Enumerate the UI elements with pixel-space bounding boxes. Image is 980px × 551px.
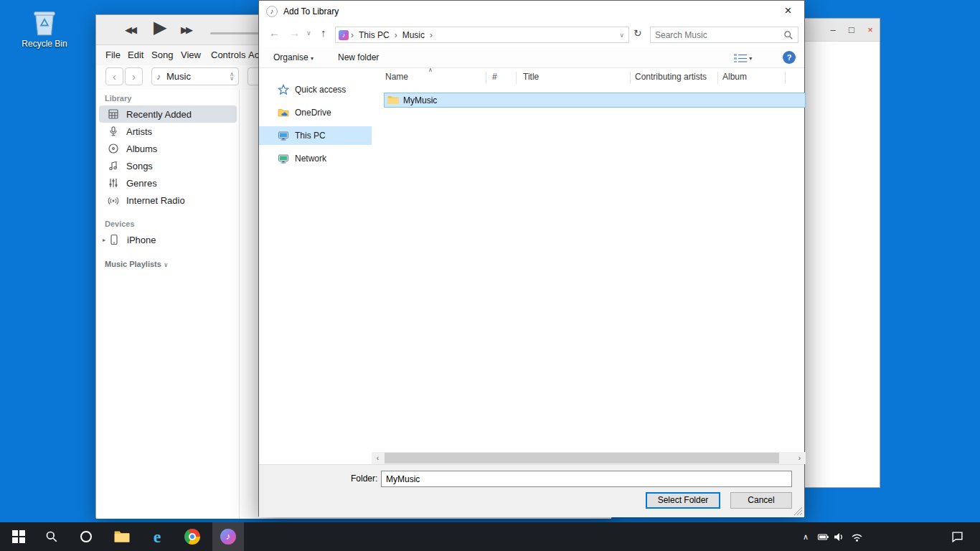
play-icon[interactable]: ▶: [154, 17, 166, 37]
cancel-button[interactable]: Cancel: [730, 492, 792, 509]
scrollbar-thumb[interactable]: [385, 453, 779, 463]
tray-volume[interactable]: [831, 522, 847, 551]
action-center-button[interactable]: [947, 522, 967, 551]
media-kind-selector[interactable]: ♪ Music ∧ ∨: [151, 67, 239, 85]
column-header-number[interactable]: #: [492, 72, 497, 82]
search-icon[interactable]: [783, 30, 793, 40]
column-header-title[interactable]: Title: [523, 72, 539, 82]
new-folder-button[interactable]: New folder: [338, 47, 379, 68]
tray-show-hidden-icons[interactable]: ∧: [798, 522, 814, 551]
start-button[interactable]: [4, 522, 33, 551]
nav-item-quick-access[interactable]: Quick access: [259, 80, 372, 99]
expander-icon[interactable]: ▸: [103, 237, 105, 243]
search-input[interactable]: [651, 30, 783, 40]
cortana-circle-icon: [80, 531, 92, 542]
sidebar-item-label: iPhone: [127, 235, 156, 245]
chevron-up-icon: ∧: [803, 532, 809, 542]
nav-item-network[interactable]: Network: [259, 149, 372, 168]
taskbar-search-button[interactable]: [37, 522, 66, 551]
menu-view[interactable]: View: [181, 50, 201, 60]
horizontal-scrollbar[interactable]: ‹ ›: [372, 452, 806, 464]
column-header-album[interactable]: Album: [722, 72, 747, 82]
view-options-button[interactable]: ▾: [734, 53, 752, 62]
menu-account[interactable]: Ac: [248, 50, 259, 60]
question-icon: ?: [787, 53, 792, 62]
battery-icon: [817, 532, 829, 542]
sidebar-item-iphone[interactable]: ▸ iPhone: [99, 231, 237, 248]
internet-explorer-icon: e: [154, 527, 161, 547]
iphone-icon: [108, 234, 120, 245]
dialog-titlebar[interactable]: ♪ Add To Library ×: [259, 1, 804, 22]
maximize-icon[interactable]: □: [842, 19, 861, 42]
dialog-close-button[interactable]: ×: [772, 1, 804, 22]
fast-forward-icon[interactable]: ▶▶: [181, 24, 191, 35]
chrome-icon: [184, 529, 200, 545]
organise-button[interactable]: Organise ▾: [273, 47, 314, 68]
recent-locations-chevron-icon[interactable]: ∨: [306, 29, 311, 37]
recycle-bin[interactable]: Recycle Bin: [19, 6, 70, 49]
column-header-contributing-artists[interactable]: Contributing artists: [635, 72, 707, 82]
sidebar-item-recently-added[interactable]: Recently Added: [99, 105, 237, 123]
file-row-mymusic[interactable]: MyMusic: [384, 93, 806, 108]
network-icon: [278, 153, 289, 164]
nav-item-onedrive[interactable]: OneDrive: [259, 103, 372, 122]
itunes-taskbar-button[interactable]: ♪: [212, 522, 244, 551]
search-box[interactable]: [650, 27, 798, 43]
nav-item-label: Network: [295, 154, 326, 164]
column-divider[interactable]: [717, 72, 718, 84]
resize-grip[interactable]: [793, 507, 803, 516]
column-divider[interactable]: [785, 72, 786, 84]
file-explorer-button[interactable]: [108, 522, 136, 551]
column-divider[interactable]: [516, 72, 517, 84]
select-folder-button[interactable]: Select Folder: [646, 492, 720, 509]
nav-item-this-pc[interactable]: This PC: [259, 126, 372, 145]
tray-network[interactable]: [848, 522, 865, 551]
itunes-forward-button[interactable]: ›: [125, 67, 143, 85]
forward-icon[interactable]: →: [289, 27, 300, 39]
sidebar-item-label: Internet Radio: [126, 195, 185, 206]
menu-file[interactable]: File: [105, 50, 121, 60]
sidebar-item-albums[interactable]: Albums: [99, 140, 237, 157]
folder-name-input[interactable]: [381, 471, 792, 487]
close-icon[interactable]: ×: [861, 19, 880, 42]
scroll-left-icon[interactable]: ‹: [372, 452, 384, 464]
refresh-icon[interactable]: ↻: [633, 27, 642, 39]
sidebar-item-genres[interactable]: Genres: [99, 174, 237, 192]
crumb-separator-icon: ›: [392, 30, 400, 40]
column-divider[interactable]: [630, 72, 631, 84]
menu-song[interactable]: Song: [151, 50, 173, 60]
menu-controls[interactable]: Controls: [211, 50, 245, 60]
internet-explorer-button[interactable]: e: [143, 522, 171, 551]
recycle-bin-icon: [29, 6, 60, 37]
scroll-right-icon[interactable]: ›: [793, 452, 806, 464]
breadcrumb-this-pc[interactable]: This PC: [356, 30, 392, 40]
recycle-bin-label: Recycle Bin: [19, 39, 70, 49]
tray-battery[interactable]: [815, 522, 831, 551]
sidebar-item-artists[interactable]: Artists: [99, 123, 237, 140]
music-playlists-heading[interactable]: Music Playlists ∨: [105, 260, 169, 268]
sidebar-item-label: Recently Added: [126, 109, 192, 120]
column-header-name[interactable]: Name: [385, 72, 408, 82]
file-explorer-icon: [114, 530, 130, 543]
devices-heading: Devices: [105, 220, 135, 228]
collapse-icon: ∨: [164, 261, 169, 268]
back-icon[interactable]: ←: [269, 27, 280, 39]
column-divider[interactable]: [486, 72, 486, 84]
address-dropdown-icon[interactable]: ∨: [619, 32, 626, 39]
sidebar-item-songs[interactable]: Songs: [99, 157, 237, 174]
itunes-back-button[interactable]: ‹: [105, 67, 123, 85]
breadcrumb-music[interactable]: Music: [400, 30, 428, 40]
music-playlists-label: Music Playlists: [105, 260, 161, 268]
address-bar[interactable]: ♪ › This PC › Music › ∨: [335, 27, 629, 43]
minimize-icon[interactable]: –: [824, 19, 842, 42]
record-icon: [108, 143, 119, 154]
help-button[interactable]: ?: [783, 51, 796, 64]
rewind-icon[interactable]: ◀◀: [125, 24, 135, 35]
menu-edit[interactable]: Edit: [128, 50, 143, 60]
music-note-icon: ♪: [226, 531, 231, 542]
action-center-icon: [951, 531, 963, 542]
chrome-button[interactable]: [178, 522, 207, 551]
up-icon[interactable]: ↑: [321, 27, 326, 39]
cortana-button[interactable]: [72, 522, 100, 551]
sidebar-item-internet-radio[interactable]: Internet Radio: [99, 192, 237, 209]
